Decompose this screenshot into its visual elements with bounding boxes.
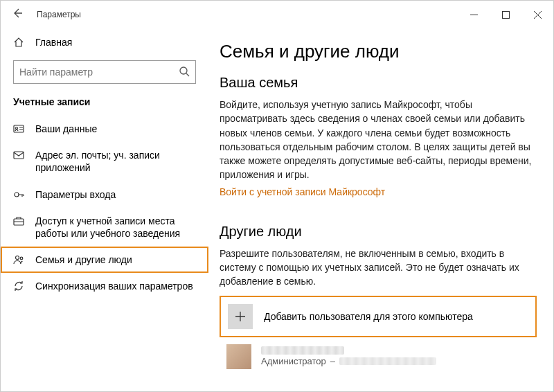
search-box[interactable] [13, 60, 196, 84]
close-icon [534, 11, 542, 19]
sidebar-section-header: Учетные записи [1, 91, 208, 116]
sidebar-home[interactable]: Главная [1, 31, 208, 53]
signin-link[interactable]: Войти с учетной записи Майкрософт [220, 186, 385, 197]
maximize-icon [502, 11, 510, 19]
back-button[interactable] [12, 8, 31, 22]
family-section-body: Войдите, используя учетную запись Майкро… [220, 98, 537, 182]
people-icon [13, 254, 26, 265]
others-section-header: Другие люди [220, 224, 537, 240]
plus-icon [228, 304, 253, 329]
sidebar-home-label: Главная [35, 37, 72, 48]
user-detail-redacted [339, 357, 436, 365]
sidebar-item-label: Синхронизация ваших параметров [35, 280, 193, 292]
svg-rect-4 [14, 152, 24, 159]
svg-rect-2 [14, 125, 24, 132]
sidebar-item-label: Доступ к учетной записи места работы или… [35, 215, 196, 240]
main-content: Семья и другие люди Ваша семья Войдите, … [208, 28, 553, 391]
sidebar-item-label: Семья и другие люди [35, 253, 132, 266]
sidebar-item-family[interactable]: Семья и другие люди [1, 247, 208, 273]
add-user-label: Добавить пользователя для этого компьюте… [264, 311, 473, 322]
sidebar-item-label: Адрес эл. почты; уч. записи приложений [35, 149, 196, 174]
sidebar-item-your-info[interactable]: Ваши данные [1, 116, 208, 142]
avatar [226, 344, 251, 369]
sidebar-item-label: Ваши данные [35, 123, 97, 135]
sidebar-item-work-school[interactable]: Доступ к учетной записи места работы или… [1, 208, 208, 247]
window-title: Параметры [37, 10, 81, 19]
sidebar: Главная Учетные записи Ваши данные [1, 28, 208, 391]
maximize-button[interactable] [490, 3, 521, 26]
sidebar-item-label: Параметры входа [35, 188, 116, 201]
others-section-body: Разрешите пользователям, не включенным в… [220, 247, 537, 289]
user-text: Администратор – [261, 346, 436, 366]
sidebar-item-sync[interactable]: Синхронизация ваших параметров [1, 273, 208, 299]
search-container [1, 53, 208, 91]
sidebar-item-signin-options[interactable]: Параметры входа [1, 181, 208, 208]
home-icon [13, 37, 26, 48]
close-button[interactable] [521, 3, 553, 26]
sidebar-nav: Ваши данные Адрес эл. почты; уч. записи … [1, 116, 208, 300]
add-user-button[interactable]: Добавить пользователя для этого компьюте… [220, 296, 537, 337]
mail-icon [13, 150, 26, 161]
svg-point-7 [16, 256, 19, 260]
person-card-icon [13, 123, 26, 134]
settings-window: Параметры Главная [0, 0, 554, 392]
minimize-button[interactable] [458, 3, 490, 26]
arrow-left-icon [12, 8, 23, 19]
svg-point-8 [20, 257, 23, 260]
sync-icon [13, 280, 26, 292]
minimize-icon [470, 11, 478, 19]
user-role: Администратор [261, 356, 326, 366]
svg-rect-0 [502, 11, 509, 18]
user-name-redacted [261, 346, 344, 355]
family-section-header: Ваша семья [220, 75, 537, 91]
user-entry[interactable]: Администратор – [220, 337, 537, 369]
svg-point-1 [180, 67, 187, 74]
window-body: Главная Учетные записи Ваши данные [1, 28, 553, 391]
search-input[interactable] [19, 66, 173, 78]
user-role-separator: – [330, 356, 335, 366]
briefcase-icon [13, 215, 26, 226]
svg-point-5 [15, 193, 19, 197]
search-icon [179, 66, 190, 79]
key-icon [13, 189, 26, 200]
titlebar: Параметры [1, 1, 553, 28]
svg-point-3 [16, 127, 18, 130]
sidebar-item-email[interactable]: Адрес эл. почты; уч. записи приложений [1, 142, 208, 181]
page-title: Семья и другие люди [220, 41, 537, 62]
